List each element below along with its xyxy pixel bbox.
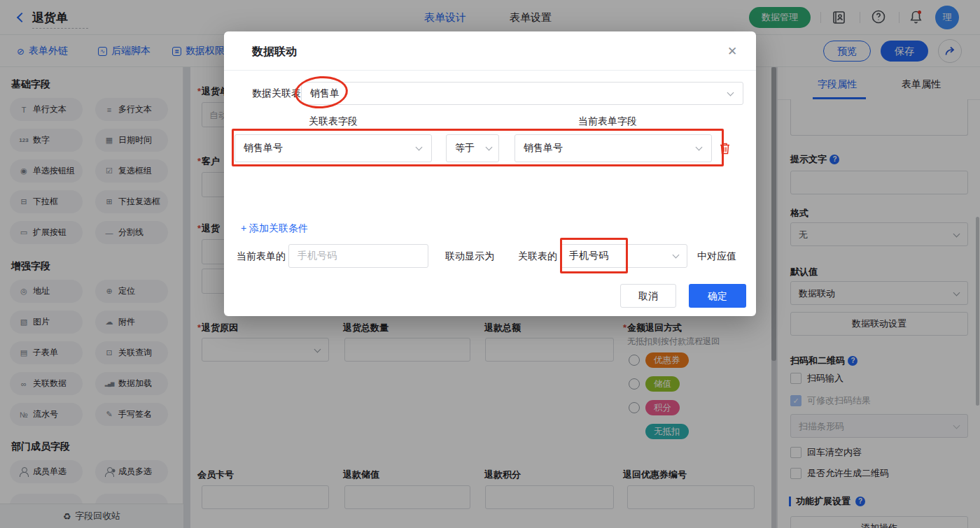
plus-icon: + [241,222,246,234]
delete-condition-icon[interactable] [719,142,731,157]
modal-header-divider [224,70,756,71]
chevron-down-icon [416,144,423,151]
rel-table-select[interactable]: 销售单 [301,82,743,105]
column-header-current-field: 当前表单字段 [578,115,637,128]
cancel-button[interactable]: 取消 [620,284,676,308]
current-form-prefix-label: 当前表单的 [237,250,286,263]
data-linkage-modal: 数据联动 ✕ 数据关联表 销售单 关联表字段 当前表单字段 销售单号 等于 销售… [224,31,756,316]
close-icon[interactable]: ✕ [727,44,737,59]
current-field-input[interactable]: 手机号码 [288,244,428,268]
linkage-display-label: 联动显示为 [445,250,494,263]
rel-field-select[interactable]: 手机号码 [560,244,687,268]
corresponding-value-label: 中对应值 [697,250,736,263]
chevron-down-icon [696,144,703,151]
cond-current-field-select[interactable]: 销售单号 [514,134,712,162]
rel-table-label: 数据关联表 [252,87,301,100]
chevron-down-icon [486,144,493,151]
chevron-down-icon [673,252,680,259]
cond-operator-select[interactable]: 等于 [446,134,499,162]
modal-title: 数据联动 [252,45,297,59]
chevron-down-icon [727,90,734,97]
confirm-button[interactable]: 确定 [689,284,746,308]
column-header-rel-field: 关联表字段 [309,115,358,128]
add-condition-link[interactable]: + 添加关联条件 [241,222,308,235]
rel-table-prefix-label: 关联表的 [518,250,557,263]
cond-rel-field-select[interactable]: 销售单号 [234,134,432,162]
